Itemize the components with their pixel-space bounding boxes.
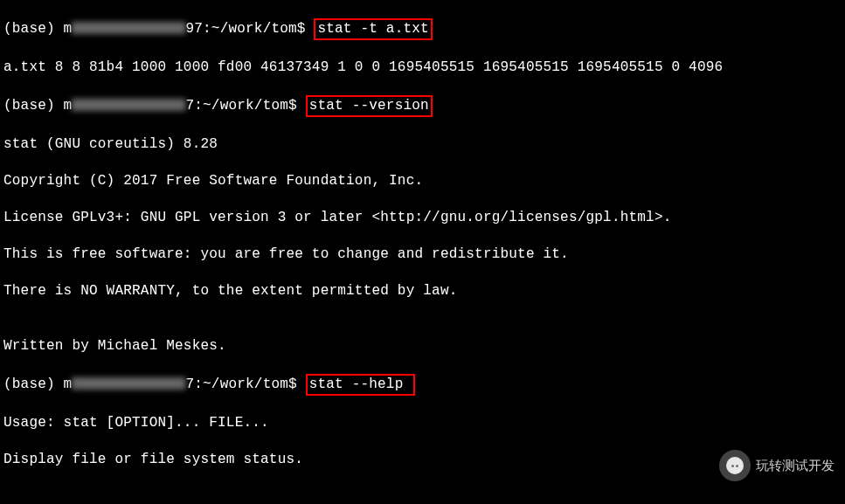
prompt-path: 7:~/work/tom$	[185, 98, 305, 114]
prompt-line-2: (base) m7:~/work/tom$ stat --version	[3, 95, 842, 117]
wechat-icon	[719, 450, 751, 481]
version-line: License GPLv3+: GNU GPL version 3 or lat…	[3, 209, 842, 227]
prompt-base: (base) m	[3, 376, 72, 392]
prompt-path: 7:~/work/tom$	[185, 376, 305, 392]
version-line: stat (GNU coreutils) 8.28	[3, 135, 842, 154]
command-2: stat --version	[309, 98, 429, 114]
command-highlight-1: stat -t a.txt	[314, 18, 432, 40]
version-line: There is NO WARRANTY, to the extent perm…	[3, 282, 842, 300]
version-line: Copyright (C) 2017 Free Software Foundat…	[3, 172, 842, 190]
prompt-line-3: (base) m7:~/work/tom$ stat --help	[3, 374, 842, 396]
command-3: stat --help	[309, 376, 404, 392]
command-1: stat -t a.txt	[317, 21, 428, 37]
prompt-base: (base) m	[3, 98, 72, 114]
command-highlight-3: stat --help	[306, 374, 416, 396]
redacted-hostname-icon	[72, 99, 185, 111]
terminal-output[interactable]: (base) m97:~/work/tom$ stat -t a.txt a.t…	[0, 0, 845, 504]
redacted-hostname-icon	[72, 22, 185, 34]
prompt-base: (base) m	[3, 21, 72, 37]
help-line: Usage: stat [OPTION]... FILE...	[3, 414, 842, 432]
version-line: This is free software: you are free to c…	[3, 245, 842, 264]
redacted-hostname-icon	[72, 377, 185, 390]
help-line: Display file or file system status.	[3, 451, 842, 469]
prompt-path: 97:~/work/tom$	[185, 21, 314, 37]
output-stat-t: a.txt 8 8 81b4 1000 1000 fd00 46137349 1…	[3, 59, 842, 77]
version-line: Written by Michael Meskes.	[3, 337, 842, 356]
prompt-line-1: (base) m97:~/work/tom$ stat -t a.txt	[3, 18, 842, 40]
watermark-text: 玩转测试开发	[756, 458, 835, 474]
watermark: 玩转测试开发	[719, 450, 835, 481]
command-highlight-2: stat --version	[306, 95, 433, 117]
command-3-pad	[403, 376, 412, 392]
